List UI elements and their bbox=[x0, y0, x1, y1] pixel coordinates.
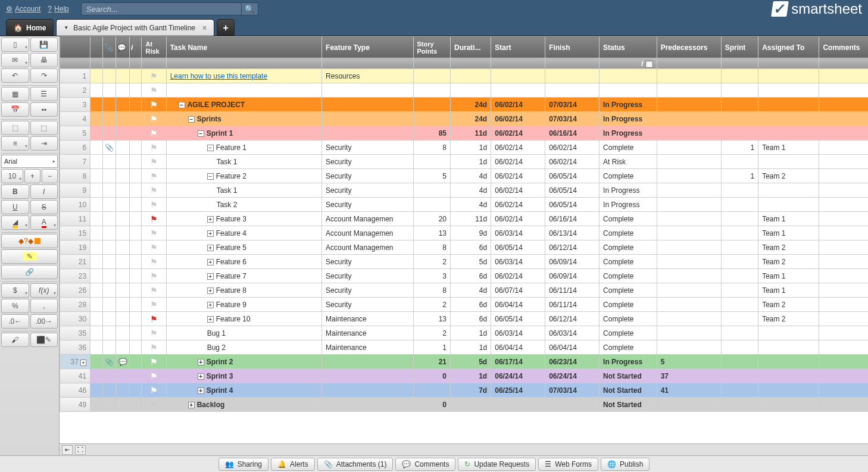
start-cell[interactable]: 06/02/14 bbox=[491, 112, 545, 126]
comments-cell[interactable] bbox=[819, 112, 868, 126]
predecessors-cell[interactable] bbox=[657, 312, 721, 326]
row-discussion-cell[interactable] bbox=[116, 340, 130, 355]
finish-cell[interactable]: 06/16/14 bbox=[545, 212, 600, 226]
storypoints-column[interactable]: Story Points bbox=[413, 37, 451, 58]
search-input[interactable] bbox=[81, 2, 242, 15]
storypoints-cell[interactable]: 21 bbox=[413, 355, 451, 369]
sprint-cell[interactable] bbox=[721, 83, 758, 98]
finish-cell[interactable]: 06/12/14 bbox=[545, 240, 600, 255]
start-cell[interactable]: 06/02/14 bbox=[491, 198, 545, 212]
comments-cell[interactable] bbox=[819, 283, 868, 298]
flag-cell[interactable]: ⚑ bbox=[142, 298, 166, 312]
row-info-cell[interactable] bbox=[130, 198, 142, 212]
row-number[interactable]: 8 bbox=[60, 169, 90, 183]
comments-cell[interactable] bbox=[819, 140, 868, 155]
status-cell[interactable] bbox=[600, 83, 657, 98]
taskname-cell[interactable] bbox=[166, 83, 321, 98]
row-info-cell[interactable] bbox=[130, 83, 142, 98]
row-expand-cell[interactable] bbox=[90, 298, 102, 312]
row-number[interactable]: 2 bbox=[60, 83, 90, 98]
comments-cell[interactable] bbox=[819, 326, 868, 340]
row-attachment-cell[interactable] bbox=[102, 98, 116, 112]
row-attachment-cell[interactable] bbox=[102, 255, 116, 269]
alerts-button[interactable]: 🔔Alerts bbox=[271, 458, 315, 471]
row-info-cell[interactable] bbox=[130, 212, 142, 226]
row-attachment-cell[interactable] bbox=[102, 298, 116, 312]
taskname-cell[interactable]: Bug 2 bbox=[166, 340, 321, 355]
taskname-cell[interactable]: Task 1 bbox=[166, 155, 321, 169]
expander-icon[interactable]: + bbox=[207, 230, 214, 237]
sprint-cell[interactable] bbox=[721, 155, 758, 169]
table-row[interactable]: 21⚑+Feature 6Security25d06/03/1406/09/14… bbox=[60, 255, 869, 269]
row-number[interactable]: 23 bbox=[60, 269, 90, 283]
comments-cell[interactable] bbox=[819, 69, 868, 83]
taskname-cell[interactable]: +Sprint 2 bbox=[166, 355, 321, 369]
table-row[interactable]: 36⚑Bug 2Maintenance11d06/04/1406/04/14Co… bbox=[60, 340, 869, 355]
table-row[interactable]: 10⚑Task 2Security4d06/02/1406/05/14In Pr… bbox=[60, 198, 869, 212]
flag-cell[interactable]: ⚑ bbox=[142, 112, 166, 126]
publish-button[interactable]: 🌐Publish bbox=[601, 458, 650, 471]
row-discussion-cell[interactable] bbox=[116, 83, 130, 98]
duration-cell[interactable]: 11d bbox=[451, 126, 491, 140]
paperclip-icon[interactable]: 📎 bbox=[105, 358, 114, 366]
expander-icon[interactable]: − bbox=[207, 173, 214, 180]
table-row[interactable]: 2⚑ bbox=[60, 83, 869, 98]
taskname-cell[interactable]: +Feature 3 bbox=[166, 212, 321, 226]
start-cell[interactable]: 06/17/14 bbox=[491, 355, 545, 369]
row-discussion-cell[interactable] bbox=[116, 383, 130, 398]
calendar-view-button[interactable]: 📅 bbox=[1, 102, 29, 117]
fill-color-button[interactable]: ◢▾ bbox=[1, 215, 29, 230]
finish-cell[interactable]: 06/23/14 bbox=[545, 355, 600, 369]
table-row[interactable]: 11⚑+Feature 3Account Managemen2011d06/02… bbox=[60, 212, 869, 226]
sort-button[interactable]: ⬚ bbox=[1, 121, 29, 135]
collapse-all-button[interactable]: ⇤ bbox=[62, 445, 73, 455]
taskname-cell[interactable]: −Feature 2 bbox=[166, 169, 321, 183]
flag-cell[interactable]: ⚑ bbox=[142, 383, 166, 398]
reminder-icon[interactable]: ⬚ bbox=[132, 358, 139, 366]
highlight-button[interactable]: ✎ bbox=[1, 249, 58, 264]
row-discussion-cell[interactable] bbox=[116, 140, 130, 155]
expand-column[interactable] bbox=[90, 37, 102, 58]
sprint-cell[interactable] bbox=[721, 240, 758, 255]
sprint-cell[interactable]: 1 bbox=[721, 169, 758, 183]
status-cell[interactable]: In Progress bbox=[600, 112, 657, 126]
comments-cell[interactable] bbox=[819, 355, 868, 369]
comment-icon[interactable]: 💬 bbox=[118, 358, 127, 366]
start-cell[interactable]: 06/07/14 bbox=[491, 283, 545, 298]
flag-cell[interactable]: ⚑ bbox=[142, 269, 166, 283]
assignedto-cell[interactable] bbox=[758, 398, 819, 412]
flag-cell[interactable]: ⚑ bbox=[142, 355, 166, 369]
row-attachment-cell[interactable] bbox=[102, 283, 116, 298]
duration-cell[interactable]: 6d bbox=[451, 269, 491, 283]
storypoints-cell[interactable]: 85 bbox=[413, 126, 451, 140]
flag-cell[interactable]: ⚑ bbox=[142, 312, 166, 326]
flag-cell[interactable]: ⚑ bbox=[142, 155, 166, 169]
row-info-cell[interactable] bbox=[130, 340, 142, 355]
taskname-cell[interactable]: +Feature 4 bbox=[166, 226, 321, 240]
finish-cell[interactable] bbox=[545, 69, 600, 83]
finish-cell[interactable] bbox=[545, 83, 600, 98]
row-attachment-cell[interactable] bbox=[102, 83, 116, 98]
status-cell[interactable]: Not Started bbox=[600, 369, 657, 383]
duration-cell[interactable]: 4d bbox=[451, 283, 491, 298]
align-button[interactable]: ≡▾ bbox=[1, 136, 29, 151]
row-number[interactable]: 15 bbox=[60, 226, 90, 240]
duration-cell[interactable]: 1d bbox=[451, 155, 491, 169]
featuretype-cell[interactable]: Security bbox=[322, 283, 413, 298]
sprint-cell[interactable] bbox=[721, 283, 758, 298]
assignedto-cell[interactable] bbox=[758, 198, 819, 212]
duration-cell[interactable]: 1d bbox=[451, 140, 491, 155]
row-discussion-cell[interactable] bbox=[116, 69, 130, 83]
table-row[interactable]: 4⚑−Sprints24d06/02/1407/03/14In Progress bbox=[60, 112, 869, 126]
row-menu-dropdown[interactable]: ▾ bbox=[80, 360, 86, 366]
comments-cell[interactable] bbox=[819, 169, 868, 183]
assignedto-column[interactable]: Assigned To bbox=[758, 37, 819, 58]
table-row[interactable]: 30⚑+Feature 10Maintenance136d06/05/1406/… bbox=[60, 312, 869, 326]
row-expand-cell[interactable] bbox=[90, 155, 102, 169]
duration-cell[interactable]: 24d bbox=[451, 98, 491, 112]
currency-button[interactable]: $▾ bbox=[1, 283, 29, 298]
taskname-cell[interactable]: +Feature 9 bbox=[166, 298, 321, 312]
row-attachment-cell[interactable] bbox=[102, 212, 116, 226]
decrease-font-button[interactable]: − bbox=[42, 169, 58, 183]
start-cell[interactable]: 06/04/14 bbox=[491, 298, 545, 312]
